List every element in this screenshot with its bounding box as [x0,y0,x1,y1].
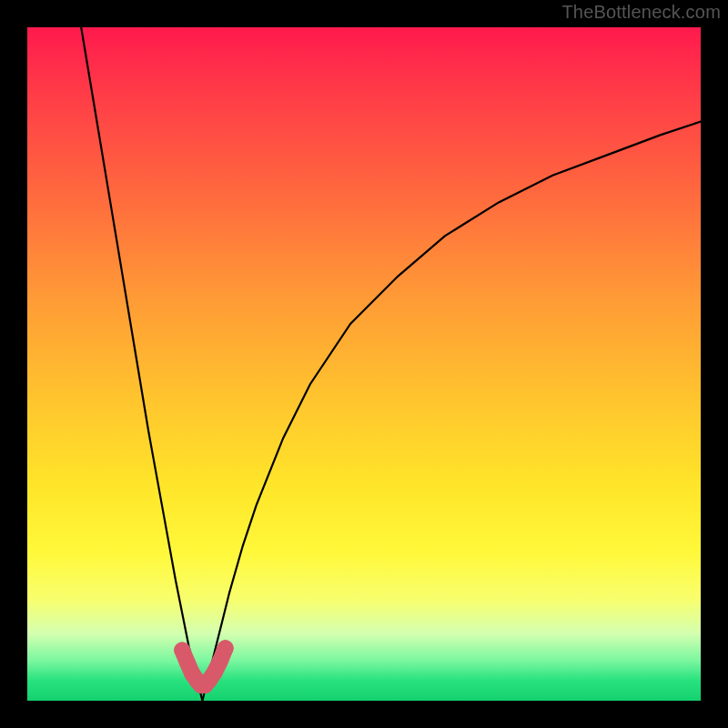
marker-dot [217,640,234,656]
plot-area [27,27,701,701]
chart-frame: TheBottleneck.com [0,0,728,728]
attribution-text: TheBottleneck.com [561,2,721,23]
curve-left-branch [81,27,202,701]
bottleneck-curve [27,27,701,701]
curve-right-branch [202,122,701,701]
